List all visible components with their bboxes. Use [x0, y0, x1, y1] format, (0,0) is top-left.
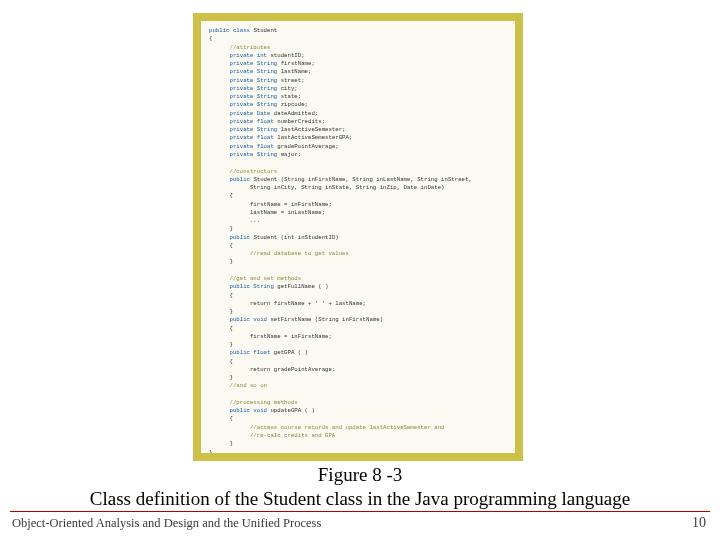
code-figure-inner: public class Student { //attributes priv… — [201, 21, 515, 453]
java-code-listing: public class Student { //attributes priv… — [209, 27, 507, 453]
caption-line-1: Figure 8 -3 — [0, 463, 720, 487]
caption-line-2: Class definition of the Student class in… — [0, 487, 720, 511]
footer-text-left: Object-Oriented Analysis and Design and … — [12, 516, 321, 531]
figure-caption: Figure 8 -3 Class definition of the Stud… — [0, 463, 720, 511]
page-number: 10 — [692, 515, 706, 531]
footer-divider — [10, 511, 710, 512]
code-figure-frame: public class Student { //attributes priv… — [193, 13, 523, 461]
